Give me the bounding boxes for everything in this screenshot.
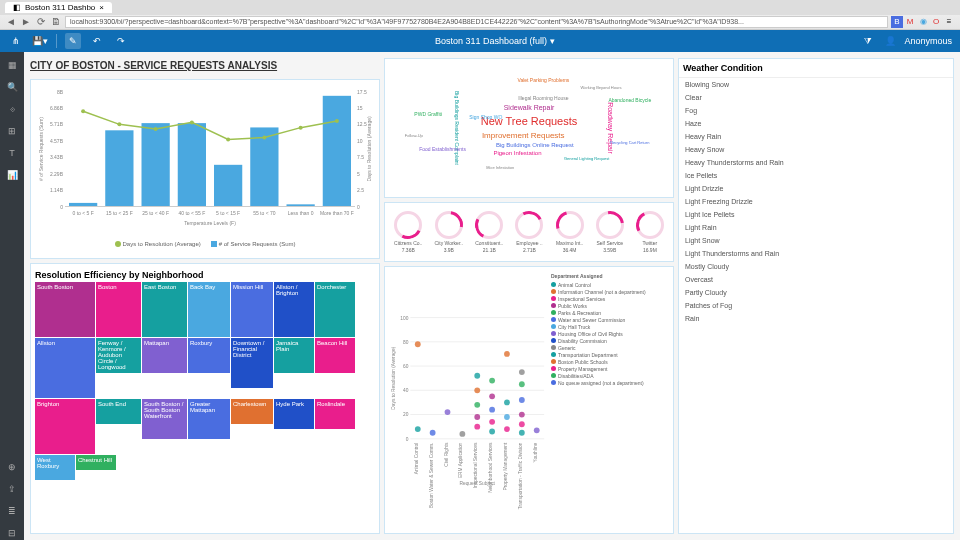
treemap-cell[interactable]: Hyde Park (274, 399, 314, 429)
donut-item[interactable]: Constituent..21.1B (475, 211, 503, 253)
filter-item[interactable]: Partly Cloudy (679, 286, 953, 299)
redo-icon[interactable]: ↷ (113, 33, 129, 49)
legend-item[interactable]: Inspectional Services (551, 295, 667, 302)
save-icon[interactable]: 💾▾ (32, 33, 48, 49)
treemap-cell[interactable]: South Boston / South Boston Waterfront (142, 399, 187, 439)
text-icon[interactable]: T (5, 146, 19, 160)
wordcloud-word[interactable]: Mice Infestation (486, 164, 514, 169)
legend-item[interactable]: Property Management (551, 365, 667, 372)
legend-item[interactable]: Information Channel (not a department) (551, 288, 667, 295)
legend-item[interactable]: Disability Commission (551, 337, 667, 344)
treemap-cell[interactable]: East Boston (142, 282, 187, 337)
filter-item[interactable]: Patches of Fog (679, 299, 953, 312)
filter-item[interactable]: Clear (679, 91, 953, 104)
chart-icon[interactable]: 📊 (5, 168, 19, 182)
wordcloud-word[interactable]: Working Beyond Hours (580, 84, 621, 89)
wordcloud-word[interactable]: Improvement Requests (482, 130, 565, 139)
wordcloud-word[interactable]: Sidewalk Repair (504, 104, 555, 111)
treemap-cell[interactable]: Dorchester (315, 282, 355, 337)
filter-item[interactable]: Light Ice Pellets (679, 208, 953, 221)
donut-item[interactable]: Twitter16.9M (636, 211, 664, 253)
treemap-cell[interactable]: Allston (35, 338, 95, 398)
wordcloud-word[interactable]: Valet Parking Problems (517, 77, 569, 83)
treemap-cell[interactable]: Greater Mattapan (188, 399, 230, 439)
scatter-chart[interactable]: 020406080100Animal ControlBoston Water &… (384, 266, 674, 534)
dashboard-title[interactable]: Boston 311 Dashboard (full) ▾ (137, 36, 852, 46)
forward-icon[interactable]: ► (20, 16, 32, 28)
filter-item[interactable]: Heavy Thunderstorms and Rain (679, 156, 953, 169)
wordcloud-word[interactable]: Big Buildings Resident Complaint (454, 91, 460, 165)
treemap-cell[interactable]: Mission Hill (231, 282, 273, 337)
filter-item[interactable]: Rain (679, 312, 953, 325)
share-icon[interactable]: ⋔ (8, 33, 24, 49)
filter-item[interactable]: Light Snow (679, 234, 953, 247)
donut-item[interactable]: Citizens Co..7.36B (394, 211, 422, 253)
legend-item[interactable]: Housing Office of Civil Rights (551, 330, 667, 337)
filter-item[interactable]: Fog (679, 104, 953, 117)
treemap-cell[interactable]: Downtown / Financial District (231, 338, 273, 388)
treemap-cell[interactable]: Fenway / Kenmore / Audubon Circle / Long… (96, 338, 141, 373)
treemap-cell[interactable]: Mattapan (142, 338, 187, 373)
add-icon[interactable]: ⊕ (5, 460, 19, 474)
ext-icon[interactable]: ◉ (917, 16, 929, 28)
user-icon[interactable]: 👤 (882, 33, 898, 49)
back-icon[interactable]: ◄ (5, 16, 17, 28)
wordcloud-word[interactable]: Big Buildings Online Request (496, 142, 574, 148)
edit-icon[interactable]: ✎ (65, 33, 81, 49)
filter-item[interactable]: Light Rain (679, 221, 953, 234)
url-input[interactable]: localhost:9300/bi/?perspective=dashboard… (65, 16, 888, 28)
menu-icon[interactable]: ≡ (943, 16, 955, 28)
filter-item[interactable]: Overcast (679, 273, 953, 286)
filter-item[interactable]: Ice Pellets (679, 169, 953, 182)
filter-item[interactable]: Heavy Rain (679, 130, 953, 143)
search-icon[interactable]: 🔍 (5, 80, 19, 94)
export-icon[interactable]: ⇪ (5, 482, 19, 496)
link-icon[interactable]: ⟐ (5, 102, 19, 116)
treemap-cell[interactable]: Beacon Hill (315, 338, 355, 373)
wordcloud[interactable]: New Tree RequestsImprovement RequestsSid… (384, 58, 674, 198)
legend-item[interactable]: Generic (551, 344, 667, 351)
legend-item[interactable]: City Hall Truck (551, 323, 667, 330)
legend-item[interactable]: Parks & Recreation (551, 309, 667, 316)
legend-item[interactable]: Disabilities/ADA (551, 372, 667, 379)
donut-item[interactable]: Employee ..2.71B (515, 211, 543, 253)
opera-icon[interactable]: O (930, 16, 942, 28)
treemap-cell[interactable]: Allston / Brighton (274, 282, 314, 337)
bar-line-chart[interactable]: 01.14B2.29B3.43B4.57B5.71B6.86B8B02.557.… (30, 79, 380, 259)
donut-item[interactable]: Self Service3.59B (596, 211, 624, 253)
legend-item[interactable]: Transportation Department (551, 351, 667, 358)
treemap-cell[interactable]: West Roxbury (35, 455, 75, 480)
treemap-cell[interactable]: South Boston (35, 282, 95, 337)
close-icon[interactable]: × (99, 3, 104, 12)
treemap-cell[interactable]: Charlestown (231, 399, 273, 424)
filter-item[interactable]: Haze (679, 117, 953, 130)
browser-tab[interactable]: ◧ Boston 311 Dashbo × (5, 2, 112, 13)
treemap-cell[interactable]: Brighton (35, 399, 95, 454)
undo-icon[interactable]: ↶ (89, 33, 105, 49)
filter-item[interactable]: Light Thunderstorms and Rain (679, 247, 953, 260)
wordcloud-word[interactable]: Sign Shop WO (469, 114, 502, 120)
wordcloud-word[interactable]: Food Establishments (419, 146, 466, 152)
treemap-cell[interactable]: Roxbury (188, 338, 230, 373)
settings-icon[interactable]: ⊟ (5, 526, 19, 540)
wordcloud-word[interactable]: Follow-Up (405, 132, 423, 137)
treemap-cell[interactable]: Roslindale (315, 399, 355, 429)
data-icon[interactable]: ▦ (5, 58, 19, 72)
filter-icon[interactable]: ⧩ (860, 33, 876, 49)
wordcloud-word[interactable]: Recycling Cart Return (610, 139, 649, 144)
donut-item[interactable]: Maximo Int..36.4M (556, 211, 584, 253)
legend-item[interactable]: Public Works (551, 302, 667, 309)
wordcloud-word[interactable]: PWD Graffiti (414, 111, 442, 117)
reload-icon[interactable]: ⟳ (35, 16, 47, 28)
wordcloud-word[interactable]: General Lighting Request (564, 156, 609, 161)
wordcloud-word[interactable]: Roadway Repair (606, 102, 613, 154)
legend-item[interactable]: Boston Public Schools (551, 358, 667, 365)
treemap-cell[interactable]: Back Bay (188, 282, 230, 337)
legend-item[interactable]: Water and Sewer Commission (551, 316, 667, 323)
donut-item[interactable]: City Worker..3.9B (435, 211, 464, 253)
filter-item[interactable]: Mostly Cloudy (679, 260, 953, 273)
wordcloud-word[interactable]: Pigeon Infestation (493, 150, 541, 156)
wordcloud-word[interactable]: Abandoned Bicycle (608, 97, 651, 103)
legend-item[interactable]: No queue assigned (not a department) (551, 379, 667, 386)
filter-item[interactable]: Blowing Snow (679, 78, 953, 91)
